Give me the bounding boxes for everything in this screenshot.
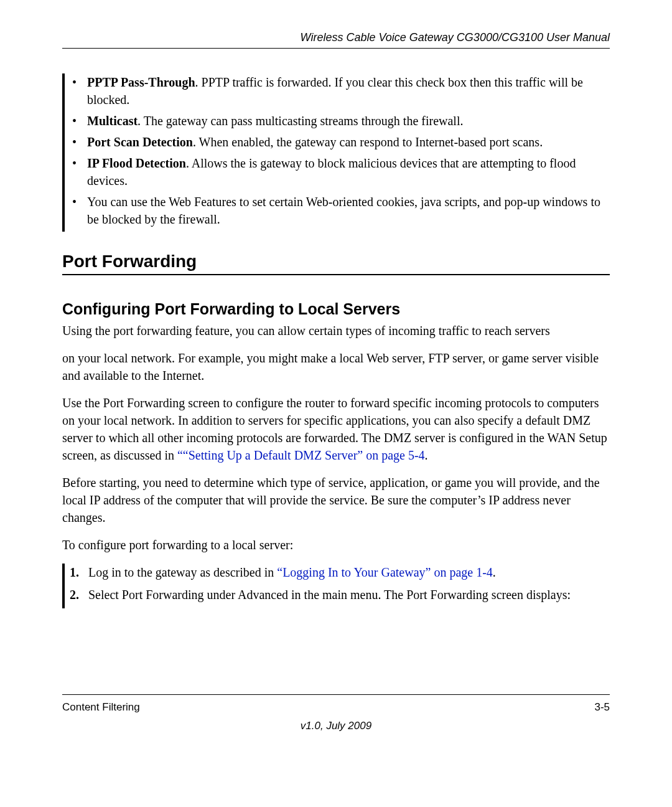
para-intro-1: Using the port forwarding feature, you c… — [62, 322, 610, 339]
bullet-text: . The gateway can pass multicasting stre… — [138, 114, 463, 128]
footer-section-name: Content Filtering — [62, 701, 140, 714]
bullet-web-features: You can use the Web Features to set cert… — [70, 193, 610, 228]
section-heading-port-forwarding: Port Forwarding — [62, 252, 610, 275]
feature-bullet-list: PPTP Pass-Through. PPTP traffic is forwa… — [70, 73, 610, 232]
step-1: Log in to the gateway as described in “L… — [70, 564, 610, 581]
footer-rule — [62, 694, 610, 695]
revision-bar — [62, 564, 65, 608]
footer-row: Content Filtering 3-5 — [62, 701, 610, 714]
document-page: Wireless Cable Voice Gateway CG3000/CG31… — [0, 0, 672, 807]
link-logging-in[interactable]: “Logging In to Your Gateway” on page 1-4 — [277, 565, 493, 579]
para-text-end: . — [425, 448, 428, 462]
step-text: Log in to the gateway as described in — [88, 565, 277, 579]
revision-bar — [62, 73, 65, 232]
step-text: Select Port Forwarding under Advanced in… — [88, 588, 571, 602]
bullet-label: PPTP Pass-Through — [87, 75, 195, 89]
bullet-multicast: Multicast. The gateway can pass multicas… — [70, 112, 610, 130]
para-dmz: Use the Port Forwarding screen to config… — [62, 394, 610, 464]
bullet-block-revised: PPTP Pass-Through. PPTP traffic is forwa… — [62, 73, 610, 232]
ordered-steps: Log in to the gateway as described in “L… — [70, 564, 610, 608]
bullet-port-scan: Port Scan Detection. When enabled, the g… — [70, 133, 610, 151]
link-dmz-server[interactable]: ““Setting Up a Default DMZ Server” on pa… — [177, 448, 425, 462]
footer-page-number: 3-5 — [594, 701, 610, 714]
doc-title: Wireless Cable Voice Gateway CG3000/CG31… — [301, 31, 610, 44]
bullet-label: Port Scan Detection — [87, 135, 193, 149]
step-text-end: . — [493, 565, 496, 579]
para-to-configure: To configure port forwarding to a local … — [62, 536, 610, 554]
steps-block-revised: Log in to the gateway as described in “L… — [62, 564, 610, 608]
para-intro-2: on your local network. For example, you … — [62, 349, 610, 384]
step-2: Select Port Forwarding under Advanced in… — [70, 586, 610, 603]
para-before-starting: Before starting, you need to determine w… — [62, 474, 610, 526]
bullet-label: IP Flood Detection — [87, 156, 186, 170]
bullet-label: Multicast — [87, 114, 138, 128]
bullet-text: . When enabled, the gateway can respond … — [193, 135, 543, 149]
running-header: Wireless Cable Voice Gateway CG3000/CG31… — [62, 31, 610, 49]
subsection-heading-configuring: Configuring Port Forwarding to Local Ser… — [62, 300, 610, 318]
footer-version: v1.0, July 2009 — [0, 720, 672, 732]
bullet-text: You can use the Web Features to set cert… — [87, 195, 600, 226]
bullet-ip-flood: IP Flood Detection. Allows the is gatewa… — [70, 154, 610, 189]
bullet-pptp: PPTP Pass-Through. PPTP traffic is forwa… — [70, 73, 610, 108]
